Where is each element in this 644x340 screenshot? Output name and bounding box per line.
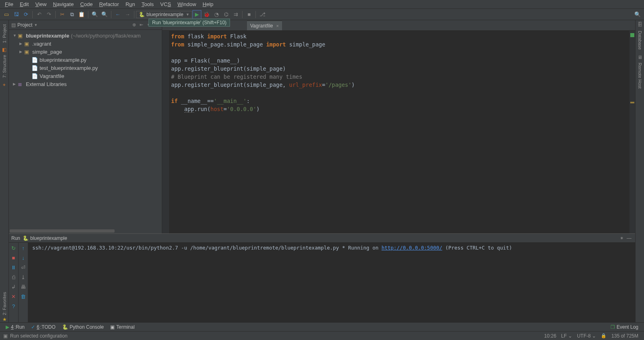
replace-icon[interactable]: 🔍 <box>100 10 109 19</box>
gear-icon[interactable]: ✴ <box>618 235 625 241</box>
menu-help[interactable]: Help <box>199 0 217 8</box>
menu-tools[interactable]: Tools <box>138 0 157 8</box>
tree-item-file[interactable]: 📄 blueprintexample.py <box>10 56 162 64</box>
memory-indicator[interactable]: 135 of 725M <box>609 333 641 339</box>
sync-icon[interactable]: ⟳ <box>21 10 30 19</box>
menu-refactor[interactable]: Refactor <box>96 0 122 8</box>
forward-icon[interactable]: → <box>123 10 132 19</box>
close-button[interactable]: ✕ <box>10 293 17 300</box>
vcs-icon[interactable]: ⎇ <box>258 10 267 19</box>
editor-gutter[interactable] <box>162 31 169 233</box>
menu-navigate[interactable]: Navigate <box>50 0 77 8</box>
paste-icon[interactable]: 📋 <box>77 10 86 19</box>
right-tool-strip: 🗄 Database 🖥 Remote Host <box>635 20 644 322</box>
menu-edit[interactable]: Edit <box>17 0 32 8</box>
tool-python-console-button[interactable]: 🐍 Python Console <box>59 324 107 330</box>
profile-button[interactable]: ⌬ <box>222 10 230 19</box>
structure-icon[interactable]: ⌖ <box>3 82 6 88</box>
editor-tabs: Vagrantfile × <box>162 20 635 31</box>
tree-item-folder[interactable]: ▶▣ .vagrant <box>10 40 162 48</box>
star-icon[interactable]: ★ <box>2 317 7 322</box>
separator <box>32 11 33 18</box>
menu-code[interactable]: Code <box>77 0 96 8</box>
cut-icon[interactable]: ✂ <box>58 10 67 19</box>
project-tree[interactable]: ▼ ▣ blueprintexample (~/work/pythonproj/… <box>9 30 162 229</box>
chevron-down-icon[interactable]: ▼ <box>34 23 38 27</box>
down-button[interactable]: ↓ <box>20 254 27 261</box>
code-editor[interactable]: from flask import Flask from simple_page… <box>169 31 629 233</box>
tree-item-folder[interactable]: ▶▣ simple_page <box>10 48 162 56</box>
stop-button[interactable]: ■ <box>245 10 253 19</box>
separator <box>55 11 56 18</box>
event-log-button[interactable]: ❐ Event Log <box>607 324 642 330</box>
clear-button[interactable]: 🗑 <box>20 293 27 300</box>
close-icon[interactable]: × <box>276 23 278 28</box>
console-url-link[interactable]: http://0.0.0.0:5000/ <box>381 245 442 251</box>
menu-run[interactable]: Run <box>122 0 138 8</box>
bottom-tool-bar: ▶ 4: Run ✓ 6: TODO 🐍 Python Console ▣ Te… <box>0 322 644 331</box>
run-console[interactable]: ssh://vagrant@192.168.33.10:22/usr/bin/p… <box>28 243 635 322</box>
status-message: Run selected configuration <box>10 333 67 339</box>
pause-button[interactable]: ⏸ <box>10 264 17 271</box>
stop-button[interactable]: ■ <box>10 254 17 261</box>
tool-terminal-button[interactable]: ▣ Terminal <box>107 324 138 330</box>
folder-icon: ▣ <box>24 49 31 55</box>
console-line: ssh://vagrant@192.168.33.10:22/usr/bin/p… <box>32 245 339 251</box>
caret-position[interactable]: 10:26 <box>542 333 559 339</box>
remote-host-icon[interactable]: 🖥 <box>638 55 642 60</box>
db-icon[interactable]: ◧ <box>2 47 6 52</box>
folder-icon: ▣ <box>24 41 31 47</box>
concurrency-button[interactable]: ⇉ <box>231 10 240 19</box>
rerun-button[interactable]: ↻ <box>10 244 17 252</box>
undo-icon[interactable]: ↶ <box>35 10 44 19</box>
sidetab-favorites[interactable]: 2: Favorites <box>2 292 7 315</box>
help-button[interactable]: ? <box>10 302 17 310</box>
tool-run-button[interactable]: ▶ 4: Run <box>2 324 28 330</box>
menu-vcs[interactable]: VCS <box>157 0 174 8</box>
editor-tab[interactable]: Vagrantfile × <box>247 21 282 30</box>
project-title[interactable]: Project <box>17 22 32 28</box>
line-separator[interactable]: LF ⌄ <box>559 333 575 339</box>
sidetab-project[interactable]: 1: Project <box>1 22 8 45</box>
menu-view[interactable]: View <box>32 0 50 8</box>
back-icon[interactable]: ← <box>113 10 122 19</box>
soft-wrap-button[interactable]: ⏎ <box>20 264 27 271</box>
redo-icon[interactable]: ↷ <box>44 10 53 19</box>
tree-item-file[interactable]: 📄 test_blueprintexample.py <box>10 64 162 72</box>
run-config-selector[interactable]: 🐍 blueprintexample ▼ <box>136 11 192 18</box>
error-stripe[interactable] <box>629 31 635 233</box>
encoding[interactable]: UTF-8 ⌄ <box>575 333 598 339</box>
scroll-end-button[interactable]: ⤓ <box>20 273 27 281</box>
menu-window[interactable]: Window <box>174 0 199 8</box>
toolwindow-toggle-icon[interactable]: ▣ <box>3 333 8 339</box>
event-log-icon: ❐ <box>611 324 615 330</box>
run-button[interactable]: ▶ <box>192 10 201 19</box>
hide-icon[interactable]: — <box>625 235 633 241</box>
tree-root[interactable]: ▼ ▣ blueprintexample (~/work/pythonproj/… <box>10 31 162 40</box>
dump-threads-button[interactable]: ⎙ <box>10 273 17 281</box>
readonly-toggle[interactable]: 🔒 <box>598 333 609 338</box>
menu-file[interactable]: File <box>2 0 17 8</box>
find-icon[interactable]: 🔍 <box>90 10 99 19</box>
collapse-all-icon[interactable]: ⇤ <box>138 22 145 27</box>
scroll-from-source-icon[interactable]: ⊕ <box>130 22 138 27</box>
database-icon[interactable]: 🗄 <box>638 22 642 27</box>
warning-marker[interactable] <box>630 102 634 103</box>
tree-external-libraries[interactable]: ▶≣ External Libraries <box>10 80 162 88</box>
open-icon[interactable]: ▭ <box>2 10 11 19</box>
restore-layout-button[interactable]: ↲ <box>10 283 17 290</box>
sidetab-structure[interactable]: 7: Structure <box>1 52 8 80</box>
sidetab-database[interactable]: Database <box>637 28 643 52</box>
tool-todo-button[interactable]: ✓ 6: TODO <box>28 324 59 330</box>
copy-icon[interactable]: ⧉ <box>67 10 76 19</box>
tree-item-file[interactable]: 📄 Vagrantfile <box>10 72 162 80</box>
save-icon[interactable]: 🖫 <box>12 10 21 19</box>
h-scrollbar[interactable] <box>9 229 162 233</box>
search-everywhere-icon[interactable]: 🔍 <box>633 10 642 19</box>
coverage-button[interactable]: ◔ <box>212 10 221 19</box>
debug-button[interactable]: 🐞 <box>202 10 211 19</box>
print-button[interactable]: 🖶 <box>20 283 27 290</box>
play-icon: ▶ <box>6 324 9 330</box>
sidetab-remote-host[interactable]: Remote Host <box>637 60 643 91</box>
up-button[interactable]: ↑ <box>20 244 27 252</box>
